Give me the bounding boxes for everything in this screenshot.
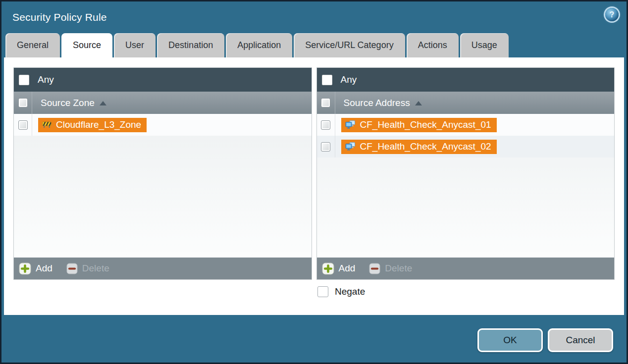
source-address-any-label: Any	[341, 74, 357, 85]
address-entry[interactable]: CF_Health_Check_Anycast_01	[341, 118, 497, 132]
tab-usage[interactable]: Usage	[460, 33, 509, 57]
source-address-toolbar: Add Delete	[317, 258, 615, 279]
source-zone-any-row: Any	[14, 68, 312, 92]
titlebar: Security Policy Rule	[1, 1, 627, 33]
row-checkbox[interactable]	[321, 142, 330, 152]
negate-label: Negate	[335, 286, 365, 297]
source-zone-any-checkbox[interactable]	[19, 75, 29, 85]
row-checkbox[interactable]	[18, 120, 28, 130]
dialog-footer: OK Cancel	[477, 328, 613, 352]
zone-entry-label: Cloudflare_L3_Zone	[56, 119, 141, 130]
table-row: Cloudflare_L3_Zone	[14, 114, 312, 136]
add-button-label: Add	[339, 263, 356, 274]
delete-button[interactable]: Delete	[66, 263, 109, 274]
source-zone-rows: Cloudflare_L3_Zone	[14, 114, 312, 258]
tab-bar: General Source User Destination Applicat…	[1, 33, 627, 57]
address-icon	[345, 142, 356, 151]
delete-button[interactable]: Delete	[369, 263, 412, 274]
minus-icon	[369, 263, 380, 274]
help-icon[interactable]	[605, 8, 619, 21]
minus-icon	[66, 263, 78, 274]
cancel-button[interactable]: Cancel	[548, 328, 613, 352]
ok-button[interactable]: OK	[477, 328, 543, 352]
source-zone-any-label: Any	[38, 74, 54, 85]
zone-icon	[42, 121, 52, 128]
source-address-column-label: Source Address	[344, 98, 410, 108]
source-address-column-header[interactable]: Source Address	[317, 92, 615, 114]
source-address-panel: Any Source Address	[316, 67, 615, 280]
source-address-any-row: Any	[317, 68, 615, 92]
address-entry[interactable]: CF_Health_Check_Anycast_02	[341, 140, 497, 154]
negate-checkbox[interactable]	[317, 286, 328, 297]
source-tab-content: Any Source Zone	[4, 57, 624, 315]
tab-service-url-category[interactable]: Service/URL Category	[294, 33, 405, 57]
source-zone-toolbar: Add Delete	[14, 258, 312, 279]
source-zone-panel: Any Source Zone	[13, 67, 312, 280]
sort-asc-arrow-icon	[415, 101, 422, 105]
add-button[interactable]: Add	[19, 262, 52, 275]
tab-source[interactable]: Source	[61, 33, 112, 57]
negate-row: Negate	[317, 286, 365, 297]
sort-asc-arrow-icon	[100, 101, 106, 105]
source-zone-column-header[interactable]: Source Zone	[14, 92, 312, 114]
zone-entry[interactable]: Cloudflare_L3_Zone	[38, 118, 147, 132]
tab-destination[interactable]: Destination	[157, 33, 224, 57]
tab-application[interactable]: Application	[226, 33, 292, 57]
tab-general[interactable]: General	[5, 33, 60, 57]
source-zone-select-all-checkbox[interactable]	[18, 98, 28, 107]
dialog-title: Security Policy Rule	[12, 11, 107, 23]
delete-button-label: Delete	[385, 263, 412, 274]
address-entry-label: CF_Health_Check_Anycast_02	[360, 141, 491, 152]
security-policy-rule-dialog: Security Policy Rule General Source User…	[0, 0, 628, 364]
address-icon	[345, 120, 356, 129]
tab-user[interactable]: User	[114, 33, 156, 57]
add-button-label: Add	[36, 263, 52, 274]
source-zone-column-label: Source Zone	[41, 98, 95, 108]
source-address-any-checkbox[interactable]	[322, 75, 332, 85]
source-address-rows: CF_Health_Check_Anycast_01	[317, 114, 615, 258]
plus-icon	[19, 262, 31, 275]
tab-actions[interactable]: Actions	[407, 33, 459, 57]
source-address-select-all-checkbox[interactable]	[321, 98, 330, 107]
table-row: CF_Health_Check_Anycast_02	[317, 136, 615, 157]
address-entry-label: CF_Health_Check_Anycast_01	[360, 119, 491, 130]
row-checkbox[interactable]	[321, 120, 330, 130]
add-button[interactable]: Add	[322, 262, 356, 275]
delete-button-label: Delete	[82, 263, 109, 274]
table-row: CF_Health_Check_Anycast_01	[317, 114, 615, 136]
plus-icon	[322, 262, 334, 275]
